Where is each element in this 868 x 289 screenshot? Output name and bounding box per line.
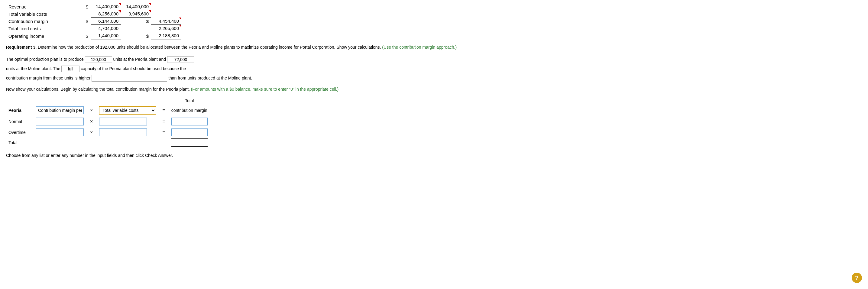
optimal-plan-line3: contribution margin from these units is … [6, 74, 862, 83]
calc-peoria-times: × [87, 105, 96, 116]
normal-col2-cell [96, 116, 159, 127]
normal-equals: = [159, 116, 168, 127]
optimal-text1: The optimal production plan is to produc… [6, 57, 84, 62]
calc-peoria-col2-cell: Total variable costsContribution margin … [96, 105, 159, 116]
total-empty4 [159, 138, 168, 148]
fixed-costs-spacer2 [121, 25, 151, 32]
fixed-costs-label: Total fixed costs [6, 25, 60, 32]
now-show-body: Now show your calculations. Begin by cal… [6, 87, 190, 92]
optimal-input-full[interactable] [61, 66, 80, 72]
calc-header-empty1 [6, 97, 33, 105]
calc-peoria-col3-cell: contribution margin [169, 105, 210, 116]
revenue-label: Revenue [6, 3, 60, 10]
operating-income-dollar2: $ [121, 32, 151, 39]
optimal-text3: units at the Moline plant. The [6, 66, 60, 71]
optimal-text2: units at the Peoria plant and [113, 57, 166, 62]
financial-table: Revenue $ 14,400,000 14,400,000 Total va… [6, 3, 181, 40]
overtime-col1-cell [33, 127, 87, 138]
overtime-equals-icon: = [161, 130, 166, 135]
peoria-col3-label: contribution margin [172, 108, 207, 113]
calc-total-row: Total [6, 138, 210, 148]
total-empty2 [87, 138, 96, 148]
peoria-label: Peoria [6, 105, 33, 116]
calc-header-empty3 [87, 97, 96, 105]
total-empty3 [96, 138, 159, 148]
calc-table: Total Peoria × Total variable costsContr… [6, 97, 210, 148]
requirement-text: Requirement 3. Determine how the product… [6, 44, 862, 51]
overtime-result-input[interactable] [172, 128, 208, 136]
normal-col2-input[interactable] [99, 118, 147, 125]
requirement-green: (Use the contribution margin approach.) [382, 45, 457, 50]
overtime-col1-input[interactable] [36, 128, 84, 136]
normal-equals-icon: = [161, 119, 166, 124]
overtime-col2-input[interactable] [99, 128, 147, 136]
overtime-label: Overtime [6, 127, 33, 138]
calc-normal-row: Normal × = [6, 116, 210, 127]
operating-income-col2: 2,188,800 [151, 32, 181, 39]
overtime-equals: = [159, 127, 168, 138]
variable-costs-col2: 9,945,600 [121, 10, 151, 18]
contribution-margin-col1: 6,144,000 [91, 18, 121, 25]
now-show-green: (For amounts with a $0 balance, make sur… [191, 87, 339, 92]
calc-peoria-col1-cell [33, 105, 87, 116]
normal-times-icon: × [89, 119, 94, 124]
contribution-margin-dollar1: $ [60, 18, 91, 25]
now-show-text: Now show your calculations. Begin by cal… [6, 86, 862, 92]
calc-peoria-equals: = [159, 105, 168, 116]
table-row-variable-costs: Total variable costs 8,256,000 9,945,600 [6, 10, 181, 18]
fixed-costs-col1: 4,704,000 [91, 25, 121, 32]
total-result-input[interactable] [172, 139, 208, 147]
calc-header-empty4 [96, 97, 159, 105]
normal-times: × [87, 116, 96, 127]
optimal-plan-line1: The optimal production plan is to produc… [6, 55, 862, 64]
normal-col3-cell [169, 116, 210, 127]
optimal-input-higher[interactable] [92, 75, 167, 82]
table-row-operating-income: Operating income $ 1,440,000 $ 2,188,800 [6, 32, 181, 39]
normal-col1-input[interactable] [36, 118, 84, 125]
variable-costs-label: Total variable costs [6, 10, 60, 18]
peoria-col2-select[interactable]: Total variable costsContribution margin … [99, 106, 156, 115]
peoria-col1-input[interactable] [36, 107, 84, 114]
variable-costs-spacer [60, 10, 91, 18]
overtime-times: × [87, 127, 96, 138]
contribution-margin-col2: 4,454,400 [151, 18, 181, 25]
table-row-contribution-margin: Contribution margin $ 6,144,000 $ 4,454,… [6, 18, 181, 25]
equals-icon: = [161, 108, 166, 113]
calc-peoria-row: Peoria × Total variable costsContributio… [6, 105, 210, 116]
calc-header-row: Total [6, 97, 210, 105]
calc-overtime-row: Overtime × = [6, 127, 210, 138]
overtime-col2-cell [96, 127, 159, 138]
revenue-col1: 14,400,000 [91, 3, 121, 10]
calc-header-empty2 [33, 97, 87, 105]
calc-header-empty5 [159, 97, 168, 105]
requirement-body: Determine how the production of 192,000 … [38, 45, 381, 50]
contribution-margin-dollar2: $ [121, 18, 151, 25]
table-row-fixed-costs: Total fixed costs 4,704,000 2,265,600 [6, 25, 181, 32]
total-result-cell [169, 138, 210, 148]
operating-income-col1: 1,440,000 [91, 32, 121, 39]
revenue-col2: 14,400,000 [121, 3, 151, 10]
variable-costs-col1: 8,256,000 [91, 10, 121, 18]
normal-result-input[interactable] [172, 118, 208, 125]
operating-income-dollar1: $ [60, 32, 91, 39]
optimal-text5: contribution margin from these units is … [6, 76, 90, 80]
optimal-input-peoria[interactable] [85, 56, 112, 63]
calc-header-total: Total [169, 97, 210, 105]
revenue-dollar1: $ [60, 3, 91, 10]
times-icon: × [89, 108, 94, 113]
normal-col1-cell [33, 116, 87, 127]
overtime-times-icon: × [89, 130, 94, 135]
total-empty1 [33, 138, 87, 148]
operating-income-label: Operating income [6, 32, 60, 39]
check-answer-text: Choose from any list or enter any number… [6, 153, 862, 158]
contribution-margin-label: Contribution margin [6, 18, 60, 25]
optimal-text4: capacity of the Peoria plant should be u… [81, 66, 186, 71]
table-row-revenue: Revenue $ 14,400,000 14,400,000 [6, 3, 181, 10]
optimal-input-moline[interactable] [167, 56, 194, 63]
requirement-label: Requirement 3. [6, 45, 37, 50]
total-label: Total [6, 138, 33, 148]
fixed-costs-col2: 2,265,600 [151, 25, 181, 32]
overtime-col3-cell [169, 127, 210, 138]
fixed-costs-spacer [60, 25, 91, 32]
normal-label: Normal [6, 116, 33, 127]
